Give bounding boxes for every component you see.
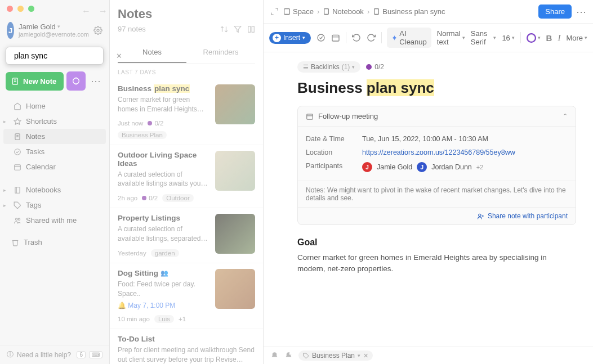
sidebar-footer: ⓘ Need a little help? 6 ⌨ [0,345,109,364]
view-icon[interactable] [247,25,255,33]
note-item-snippet: Food: Feed twice per day. Space.. [118,280,209,299]
bell-icon[interactable] [270,352,279,360]
note-list-item[interactable]: Business plan syncCorner market for gree… [110,79,263,145]
task-progress-pill[interactable]: 0/2 [366,61,384,73]
tab-reminders[interactable]: Reminders [186,42,255,63]
font-size-select[interactable]: 16▾ [502,34,514,42]
note-list-item[interactable]: Dog Sitting👥Food: Feed twice per day. Sp… [110,263,263,330]
tag-chip[interactable]: Business Plan ▾ ✕ [298,350,373,361]
participant-avatar: J [417,162,427,172]
sidebar-item-home[interactable]: Home [3,98,106,114]
backlinks-pill[interactable]: ☰Backlinks(1)▾ [297,61,360,73]
target-icon [72,77,81,86]
font-select[interactable]: Sans Serif▾ [471,29,497,46]
svg-point-0 [97,29,99,32]
breadcrumb: Space › Notebook › Business plan sync [283,7,534,16]
profile[interactable]: J Jamie Gold▾ jamiegold@evernote.com [0,17,109,43]
label-participants: Participants [306,162,362,172]
note-thumbnail [215,84,255,124]
text-style-select[interactable]: Normal text▾ [437,29,465,46]
maximize-window[interactable] [28,6,34,12]
sidebar-item-label: Home [26,102,46,110]
share-button[interactable]: Share [538,5,572,19]
note-item-title: Property Listings [118,214,209,222]
sidebar-item-label: Tasks [26,147,44,156]
italic-icon[interactable]: I [558,33,560,43]
notebook-icon [323,8,330,15]
close-window[interactable] [7,6,13,12]
note-list-item[interactable]: Outdoor Living Space IdeasA curated sele… [110,145,263,209]
calendar-icon [306,113,314,120]
note-item-snippet: A curated selection of available listing… [118,224,209,244]
svg-rect-31 [307,114,313,119]
chevron-up-icon[interactable]: ⌃ [563,113,568,120]
crumb-notebook[interactable]: Notebook [323,7,364,16]
tab-notes[interactable]: Notes [118,42,186,63]
sidebar-item-tags[interactable]: ▸Tags [3,197,106,213]
bold-icon[interactable]: B [546,33,552,43]
trash-icon [11,239,19,246]
checklist-icon[interactable] [316,33,326,42]
tag-icon [14,201,21,209]
sidebar-item-tasks[interactable]: Tasks [3,144,106,159]
meeting-card-header[interactable]: Follow-up meeting ⌃ [298,106,576,127]
sidebar-item-shortcuts[interactable]: ▸Shortcuts [3,114,106,129]
gear-icon[interactable] [93,26,102,35]
search-box[interactable]: ✕ [6,47,104,65]
quick-action-button[interactable] [66,71,86,91]
sidebar-item-label: Tags [26,201,41,209]
editor-content[interactable]: ☰Backlinks(1)▾ 0/2 Business plan sync Fo… [264,52,593,347]
color-select[interactable]: ▾ [527,33,541,43]
svg-rect-24 [252,26,254,32]
calendar-tool-icon[interactable] [331,33,340,42]
expand-icon[interactable] [270,7,279,16]
chevron-right-icon[interactable]: ▸ [3,203,9,208]
tag-icon [303,353,309,359]
filter-icon[interactable] [234,25,242,33]
remove-tag-icon[interactable]: ✕ [363,352,368,359]
more-format-button[interactable]: More▾ [566,34,587,42]
sidebar-item-notes[interactable]: Notes [3,129,106,144]
insert-button[interactable]: Insert ▾ [269,32,311,44]
sidebar-item-notebooks[interactable]: ▸Notebooks [3,182,106,197]
more-menu-icon[interactable]: ⋯ [576,6,586,18]
new-note-button[interactable]: New Note [6,72,64,91]
svg-rect-27 [374,9,379,15]
svg-point-6 [73,78,79,84]
note-icon [373,8,380,15]
document-title[interactable]: Business plan sync [297,79,576,97]
undo-icon[interactable] [352,33,361,42]
sidebar-item-shared-with-me[interactable]: Shared with me [3,213,106,228]
ai-cleanup-button[interactable]: ✦AI Cleanup [387,28,431,48]
chevron-right-icon[interactable]: ▸ [3,119,9,124]
sidebar-item-trash[interactable]: Trash [3,235,106,250]
value-location-link[interactable]: https://zereatiors.zoom.us/1223456789/55… [362,149,568,156]
redo-icon[interactable] [367,33,376,42]
help-icon[interactable]: ⓘ [7,350,14,359]
goal-paragraph[interactable]: Corner market for green homes in Emerald… [297,252,576,275]
nav-back-icon[interactable]: ← [82,6,91,16]
note-list-item[interactable]: Property ListingsA curated selection of … [110,208,263,263]
note-list-item[interactable]: To-Do ListPrep for client meeting and wa… [110,329,263,364]
clear-search-icon[interactable]: ✕ [116,52,122,60]
participant-more[interactable]: +2 [476,164,484,170]
search-input[interactable] [14,51,113,60]
minimize-window[interactable] [17,6,24,12]
notebook-icon [14,186,21,194]
note-count: 97 notes [118,25,146,33]
chevron-right-icon[interactable]: ▸ [3,187,9,193]
note-item-snippet: A curated selection of available listing… [118,170,209,189]
sort-icon[interactable] [220,25,228,33]
sidebar-item-calendar[interactable]: Calendar [3,159,106,174]
nav-forward-icon[interactable]: → [99,6,108,16]
svg-rect-16 [15,187,20,193]
share-note-link[interactable]: Share note with participant [298,207,576,224]
section-heading-goal[interactable]: Goal [297,237,576,248]
crumb-space[interactable]: Space [283,7,314,16]
editor-pane: Space › Notebook › Business plan sync Sh… [264,0,593,364]
bell-add-icon[interactable]: + [284,352,293,360]
svg-point-33 [479,214,481,216]
help-label[interactable]: Need a little help? [17,351,71,359]
crumb-note[interactable]: Business plan sync [373,7,445,16]
more-actions-icon[interactable]: ⋯ [88,75,104,87]
